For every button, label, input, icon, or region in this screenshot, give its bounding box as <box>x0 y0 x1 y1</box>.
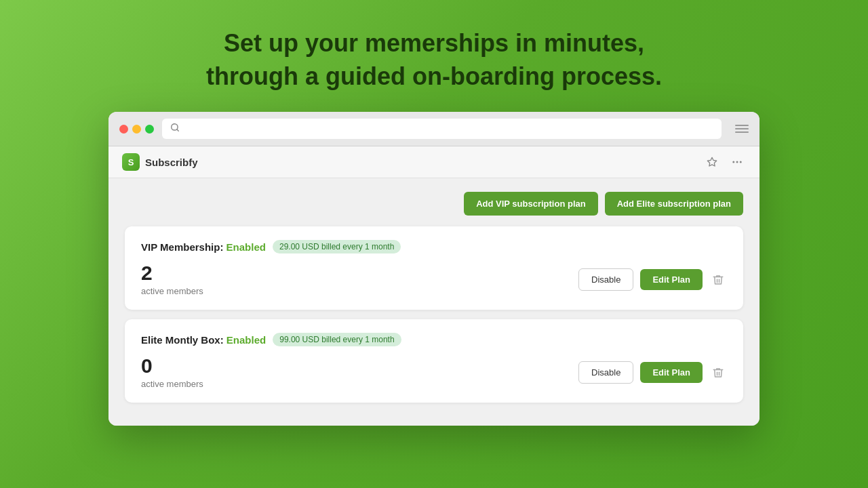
svg-point-3 <box>736 161 738 163</box>
traffic-lights <box>119 125 154 134</box>
elite-plan-body: 0 active members Disable Edit Plan <box>141 356 727 389</box>
elite-edit-button[interactable]: Edit Plan <box>640 362 703 383</box>
vip-plan-header: VIP Membership: Enabled 29.00 USD billed… <box>141 240 727 253</box>
elite-plan-badge: 99.00 USD billed every 1 month <box>273 333 401 346</box>
svg-point-4 <box>740 161 742 163</box>
hero-line2: through a guided on-boarding process. <box>206 62 662 90</box>
vip-plan-badge: 29.00 USD billed every 1 month <box>273 240 401 253</box>
elite-plan-actions: Disable Edit Plan <box>578 361 727 384</box>
vip-plan-stats: 2 active members <box>141 263 203 296</box>
hero-section: Set up your memerships in minutes, throu… <box>206 27 662 93</box>
minimize-button[interactable] <box>132 125 141 134</box>
hero-line1: Set up your memerships in minutes, <box>224 29 644 57</box>
main-content: Add VIP subscription plan Add Elite subs… <box>108 178 760 426</box>
vip-plan-card: VIP Membership: Enabled 29.00 USD billed… <box>125 226 743 310</box>
elite-count-label: active members <box>141 379 203 389</box>
elite-plan-title: Elite Montly Box: Enabled <box>141 334 266 346</box>
vip-edit-button[interactable]: Edit Plan <box>640 269 703 290</box>
app-bar-actions <box>704 153 746 171</box>
search-icon <box>170 123 180 135</box>
elite-active-count: 0 <box>141 356 203 376</box>
vip-plan-title: VIP Membership: Enabled <box>141 241 266 253</box>
elite-plan-card: Elite Montly Box: Enabled 99.00 USD bill… <box>125 319 743 403</box>
app-logo-letter: S <box>128 157 134 167</box>
elite-delete-button[interactable] <box>709 364 727 382</box>
app-logo: S <box>122 153 140 171</box>
vip-delete-button[interactable] <box>709 271 727 289</box>
action-bar: Add VIP subscription plan Add Elite subs… <box>125 192 743 216</box>
vip-disable-button[interactable]: Disable <box>578 268 633 291</box>
vip-plan-body: 2 active members Disable Edit Plan <box>141 263 727 296</box>
add-vip-button[interactable]: Add VIP subscription plan <box>464 192 598 216</box>
elite-plan-header: Elite Montly Box: Enabled 99.00 USD bill… <box>141 333 727 346</box>
elite-plan-stats: 0 active members <box>141 356 203 389</box>
fullscreen-button[interactable] <box>145 125 154 134</box>
pin-button[interactable] <box>704 154 720 170</box>
elite-plan-name: Elite Montly Box: <box>141 334 224 346</box>
browser-window: S Subscribfy Add VIP subscription plan A… <box>108 112 760 426</box>
close-button[interactable] <box>119 125 128 134</box>
vip-plan-actions: Disable Edit Plan <box>578 268 727 291</box>
elite-disable-button[interactable]: Disable <box>578 361 633 384</box>
elite-plan-status: Enabled <box>226 334 266 346</box>
svg-point-2 <box>732 161 734 163</box>
browser-titlebar <box>108 112 760 146</box>
vip-active-count: 2 <box>141 263 203 283</box>
more-options-button[interactable] <box>728 153 746 171</box>
vip-plan-status: Enabled <box>226 241 266 253</box>
add-elite-button[interactable]: Add Elite subscription plan <box>605 192 743 216</box>
address-bar[interactable] <box>162 119 722 139</box>
app-bar: S Subscribfy <box>108 146 760 178</box>
vip-plan-name: VIP Membership: <box>141 241 223 253</box>
vip-count-label: active members <box>141 286 203 296</box>
app-name: Subscribfy <box>145 157 198 168</box>
search-input[interactable] <box>185 123 713 135</box>
browser-menu-icon <box>735 125 749 133</box>
app-brand: S Subscribfy <box>122 153 198 171</box>
svg-line-1 <box>177 129 179 131</box>
